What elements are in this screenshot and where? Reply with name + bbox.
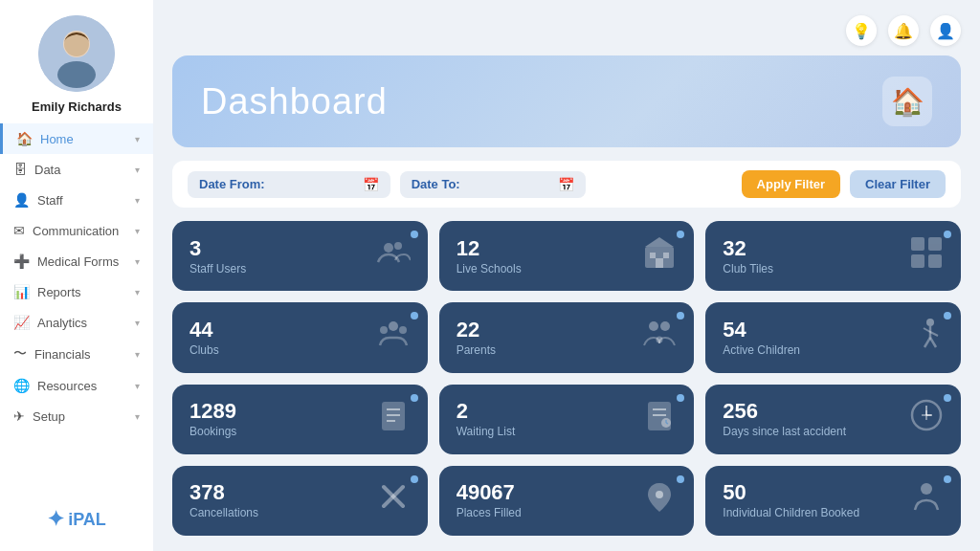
stat-card-bookings[interactable]: 1289 Bookings [172, 385, 428, 454]
date-to-field[interactable]: Date To: 📅 [400, 171, 586, 198]
sidebar-item-analytics[interactable]: 📈 Analytics ▾ [0, 307, 153, 338]
stat-indicator-club-tiles [944, 231, 951, 238]
sidebar-item-reports[interactable]: 📊 Reports ▾ [0, 276, 153, 307]
stat-text-waiting-list: 2 Waiting List [457, 400, 516, 438]
stat-indicator-cancellations [411, 475, 418, 483]
stat-card-active-children[interactable]: 54 Active Children [705, 302, 961, 372]
stat-indicator-live-schools [677, 231, 684, 238]
stat-card-club-tiles[interactable]: 32 Club Tiles [705, 221, 961, 291]
stat-number-club-tiles: 32 [723, 237, 773, 260]
chevron-data: ▾ [135, 165, 140, 175]
stat-number-active-children: 54 [723, 319, 800, 342]
sidebar-item-setup[interactable]: ✈ Setup ▾ [0, 401, 153, 431]
stat-icon-waiting-list [642, 398, 677, 440]
notification-icon[interactable]: 🔔 [888, 15, 919, 46]
sidebar-logo: ✦ iPAL [33, 497, 120, 541]
chevron-financials: ▾ [135, 349, 140, 360]
financials-icon: 〜 [13, 345, 27, 363]
stat-number-days-since-accident: 256 [723, 400, 846, 423]
medical-icon: ➕ [13, 253, 30, 269]
svg-point-2 [57, 61, 96, 88]
apply-filter-button[interactable]: Apply Filter [742, 170, 841, 198]
date-from-label: Date From: [199, 177, 265, 191]
svg-point-15 [389, 321, 398, 331]
stat-icon-cancellations [376, 479, 411, 521]
svg-point-16 [380, 326, 388, 334]
home-icon[interactable]: 🏠 [882, 77, 932, 126]
stat-icon-bookings [376, 398, 411, 440]
user-icon[interactable]: 👤 [930, 15, 961, 46]
svg-rect-9 [656, 258, 663, 268]
svg-point-18 [649, 321, 658, 331]
logo-text: iPAL [68, 510, 106, 530]
stats-grid: 3 Staff Users 12 Live Schools 32 Club Ti… [172, 221, 961, 536]
chevron-analytics: ▾ [135, 318, 140, 328]
stat-label-waiting-list: Waiting List [457, 425, 516, 438]
stat-label-days-since-accident: Days since last accident [723, 425, 846, 438]
sidebar-label-medical: Medical Forms [37, 254, 119, 269]
sidebar-item-data[interactable]: 🗄 Data ▾ [0, 154, 153, 185]
stat-number-bookings: 1289 [189, 400, 236, 423]
stat-indicator-active-children [944, 312, 951, 320]
clear-filter-button[interactable]: Clear Filter [850, 170, 946, 198]
stat-card-live-schools[interactable]: 12 Live Schools [439, 221, 695, 291]
stat-text-places-filled: 49067 Places Filled [457, 481, 522, 519]
svg-line-25 [930, 338, 936, 347]
svg-point-19 [660, 321, 670, 331]
stat-label-parents: Parents [457, 343, 496, 357]
sidebar-item-communication[interactable]: ✉ Communication ▾ [0, 215, 153, 246]
stat-card-clubs[interactable]: 44 Clubs [172, 302, 428, 372]
stat-indicator-staff-users [411, 231, 418, 238]
stat-icon-places-filled [642, 479, 677, 521]
stat-card-staff-users[interactable]: 3 Staff Users [172, 221, 428, 291]
stat-label-bookings: Bookings [189, 425, 236, 438]
stat-text-days-since-accident: 256 Days since last accident [723, 400, 846, 438]
stat-card-parents[interactable]: 22 Parents [439, 302, 695, 372]
stat-card-days-since-accident[interactable]: 256 Days since last accident [705, 385, 961, 454]
sidebar-item-medical[interactable]: ➕ Medical Forms ▾ [0, 246, 153, 276]
svg-point-17 [399, 326, 407, 334]
chevron-staff: ▾ [135, 195, 140, 206]
svg-line-36 [666, 423, 668, 424]
sidebar-item-financials[interactable]: 〜 Financials ▾ [0, 338, 153, 370]
sidebar-label-communication: Communication [33, 224, 119, 238]
chevron-setup: ▾ [135, 411, 140, 422]
sidebar-label-data: Data [34, 163, 60, 177]
sidebar-item-staff[interactable]: 👤 Staff ▾ [0, 185, 153, 215]
chevron-communication: ▾ [135, 226, 140, 236]
stat-icon-individual-children [909, 479, 944, 521]
calendar-to-icon: 📅 [558, 177, 574, 192]
svg-point-44 [656, 491, 663, 498]
svg-point-5 [394, 242, 402, 250]
home-icon: 🏠 [16, 131, 33, 146]
sidebar-item-resources[interactable]: 🌐 Resources ▾ [0, 370, 153, 401]
stat-label-club-tiles: Club Tiles [723, 262, 773, 276]
chevron-reports: ▾ [135, 287, 140, 298]
stat-text-cancellations: 378 Cancellations [189, 481, 258, 519]
date-to-label: Date To: [412, 177, 460, 191]
stat-card-individual-children[interactable]: 50 Individual Children Booked [705, 466, 961, 536]
reports-icon: 📊 [13, 284, 30, 299]
date-from-field[interactable]: Date From: 📅 [188, 171, 390, 198]
stat-indicator-clubs [411, 312, 418, 320]
stat-text-live-schools: 12 Live Schools [457, 237, 522, 276]
stat-icon-days-since-accident [909, 398, 944, 440]
stat-card-waiting-list[interactable]: 2 Waiting List [439, 385, 695, 454]
logo-icon: ✦ [47, 507, 64, 532]
stat-text-clubs: 44 Clubs [189, 319, 219, 357]
main-content: 💡 🔔 👤 Dashboard 🏠 Date From: 📅 Date To: … [153, 0, 980, 551]
chevron-resources: ▾ [135, 381, 140, 391]
stat-indicator-bookings [411, 394, 418, 402]
sidebar-item-home[interactable]: 🏠 Home ▾ [0, 123, 153, 154]
lightbulb-icon[interactable]: 💡 [846, 15, 877, 46]
stat-number-individual-children: 50 [723, 481, 859, 504]
topbar: 💡 🔔 👤 [172, 15, 961, 46]
stat-card-places-filled[interactable]: 49067 Places Filled [439, 466, 695, 536]
filter-bar: Date From: 📅 Date To: 📅 Apply Filter Cle… [172, 161, 961, 208]
stat-card-cancellations[interactable]: 378 Cancellations [172, 466, 428, 536]
stat-text-staff-users: 3 Staff Users [189, 237, 246, 276]
nav-list: 🏠 Home ▾🗄 Data ▾👤 Staff ▾✉ Communication… [0, 123, 153, 497]
sidebar-label-home: Home [40, 132, 74, 146]
stat-label-clubs: Clubs [189, 343, 219, 357]
sidebar-label-staff: Staff [37, 193, 63, 208]
